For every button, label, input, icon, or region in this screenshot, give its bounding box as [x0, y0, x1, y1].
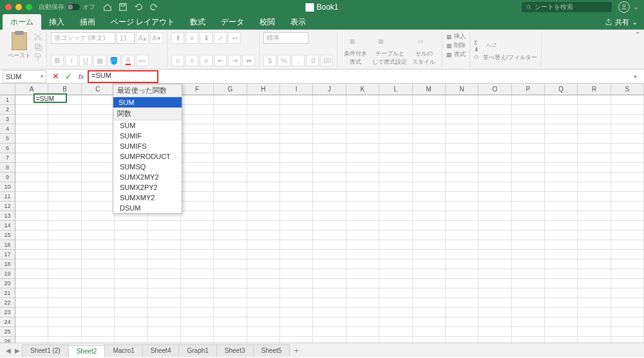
sort-filter-button[interactable]: A↓Z 並べ替え/フィルター [483, 37, 537, 62]
align-right-icon[interactable]: ≡ [200, 55, 213, 66]
undo-icon[interactable] [134, 3, 143, 12]
cell[interactable] [413, 308, 446, 317]
cell[interactable] [578, 259, 611, 268]
cell[interactable] [578, 182, 611, 191]
cell[interactable] [280, 250, 313, 259]
tab-page-layout[interactable]: ページ レイアウト [103, 14, 182, 30]
cell[interactable] [115, 269, 147, 278]
cell[interactable] [181, 288, 214, 297]
cell[interactable] [214, 308, 247, 317]
tab-review[interactable]: 校閲 [252, 14, 283, 30]
cell[interactable] [346, 279, 379, 288]
cell[interactable] [379, 288, 412, 297]
cell[interactable] [48, 134, 81, 143]
cell[interactable] [578, 163, 611, 172]
cell[interactable] [280, 182, 313, 191]
cell[interactable] [280, 124, 313, 133]
cell[interactable] [181, 327, 214, 336]
cell[interactable] [346, 231, 379, 240]
sheet-tab[interactable]: Sheet2 [68, 345, 106, 357]
cell[interactable] [545, 163, 578, 172]
cell[interactable] [379, 211, 412, 220]
cell[interactable] [346, 269, 379, 278]
cell[interactable] [379, 269, 412, 278]
fx-icon[interactable]: fx [75, 73, 88, 80]
cell[interactable] [446, 192, 478, 201]
cell[interactable] [48, 153, 81, 162]
insert-cells-button[interactable]: ▦挿入 [446, 32, 466, 41]
cell[interactable] [181, 105, 214, 114]
column-header[interactable]: B [48, 84, 81, 95]
cell[interactable] [446, 288, 478, 297]
cell[interactable] [512, 153, 545, 162]
cell[interactable] [15, 153, 48, 162]
cell[interactable] [478, 327, 511, 336]
cell[interactable] [346, 211, 379, 220]
cell[interactable] [478, 202, 511, 211]
cell[interactable] [346, 124, 379, 133]
cell[interactable] [611, 259, 644, 268]
cell[interactable] [545, 173, 578, 182]
cell[interactable] [545, 202, 578, 211]
cell[interactable] [512, 269, 545, 278]
cell[interactable] [512, 240, 545, 249]
cell[interactable] [15, 327, 48, 336]
cell[interactable] [578, 134, 611, 143]
autocomplete-item[interactable]: SUMX2MY2 [113, 172, 182, 182]
name-box[interactable]: SUM [3, 70, 46, 83]
cell[interactable] [214, 182, 247, 191]
cell[interactable] [148, 269, 181, 278]
cell[interactable] [214, 124, 247, 133]
cell[interactable] [15, 221, 48, 230]
align-center-icon[interactable]: ≡ [185, 55, 198, 66]
cell[interactable] [512, 308, 545, 317]
copy-icon[interactable] [33, 42, 43, 52]
cell[interactable] [545, 95, 578, 104]
cell[interactable] [280, 259, 313, 268]
row-header[interactable]: 11 [0, 192, 15, 202]
cell[interactable] [280, 144, 313, 153]
cell[interactable] [413, 221, 446, 230]
cell[interactable] [115, 250, 147, 259]
cell[interactable] [82, 144, 115, 153]
cell[interactable] [611, 95, 644, 104]
toggle-icon[interactable] [67, 4, 80, 10]
font-color-button[interactable]: A [122, 55, 135, 66]
cell[interactable] [82, 211, 115, 220]
cell[interactable] [313, 231, 346, 240]
cell[interactable] [214, 173, 247, 182]
cell[interactable] [280, 288, 313, 297]
row-header[interactable]: 1 [0, 95, 15, 105]
cell[interactable] [313, 202, 346, 211]
cell[interactable] [512, 192, 545, 201]
cell[interactable] [48, 269, 81, 278]
cell[interactable] [82, 221, 115, 230]
cell[interactable] [512, 211, 545, 220]
cell[interactable] [15, 211, 48, 220]
cell[interactable] [82, 327, 115, 336]
font-size-select[interactable]: 11 [117, 32, 135, 44]
cell[interactable] [611, 211, 644, 220]
cell[interactable] [379, 231, 412, 240]
cell[interactable] [181, 231, 214, 240]
cell[interactable] [478, 231, 511, 240]
sheet-tab[interactable]: Graph1 [178, 344, 216, 357]
cell[interactable] [82, 105, 115, 114]
cell[interactable] [446, 269, 478, 278]
cell[interactable] [611, 308, 644, 317]
cell[interactable] [247, 115, 280, 124]
cell[interactable] [48, 105, 81, 114]
cell[interactable] [148, 288, 181, 297]
cell[interactable] [611, 134, 644, 143]
cell[interactable] [346, 317, 379, 326]
row-header[interactable]: 8 [0, 163, 15, 173]
cell[interactable] [280, 163, 313, 172]
cell[interactable] [346, 173, 379, 182]
cell[interactable] [478, 95, 511, 104]
cell[interactable] [512, 124, 545, 133]
row-header[interactable]: 21 [0, 288, 15, 298]
autocomplete-item[interactable]: SUMSQ [113, 162, 182, 172]
cell[interactable] [247, 211, 280, 220]
cell[interactable] [82, 202, 115, 211]
cut-icon[interactable] [33, 32, 43, 41]
